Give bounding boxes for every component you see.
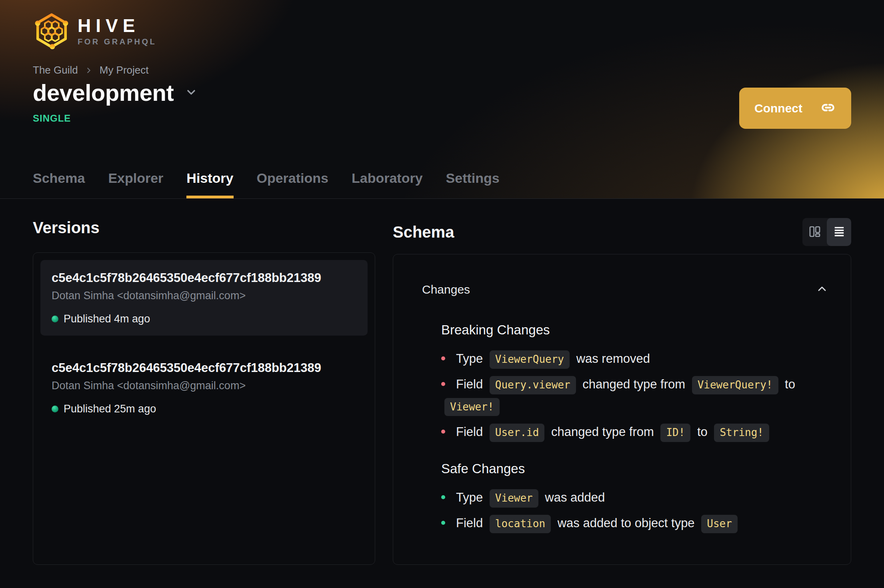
link-icon xyxy=(820,100,836,117)
change-item: Field Query.viewer changed type from Vie… xyxy=(441,374,828,417)
change-text: was removed xyxy=(573,352,650,366)
versions-title: Versions xyxy=(33,218,375,237)
tab-label: History xyxy=(186,170,233,186)
chevron-down-icon xyxy=(185,86,198,100)
tab-laboratory[interactable]: Laboratory xyxy=(352,170,423,198)
tab-label: Operations xyxy=(257,170,328,186)
change-section-title: Safe Changes xyxy=(441,461,828,476)
tab-explorer[interactable]: Explorer xyxy=(108,170,163,198)
tab-bar: SchemaExplorerHistoryOperationsLaborator… xyxy=(33,170,500,198)
breaking-bullet-icon xyxy=(441,356,445,360)
schema-title: Schema xyxy=(393,222,454,242)
version-status: Published 4m ago xyxy=(52,313,356,325)
view-toggle xyxy=(802,218,851,246)
published-status-text: Published 4m ago xyxy=(64,313,150,325)
change-text: was added to object type xyxy=(554,516,698,530)
target-mode-badge: SINGLE xyxy=(33,113,71,124)
versions-list: c5e4c1c5f78b26465350e4ecf677cf188bb21389… xyxy=(33,252,375,565)
change-section-title: Breaking Changes xyxy=(441,322,828,338)
tab-label: Settings xyxy=(446,170,500,186)
code-chip: ID! xyxy=(660,424,690,442)
version-author: Dotan Simha <dotansimha@gmail.com> xyxy=(52,289,356,302)
code-chip: Query.viewer xyxy=(490,376,576,394)
change-text: Type xyxy=(456,490,486,504)
change-text: to xyxy=(782,377,795,391)
published-status-dot xyxy=(52,406,58,412)
header: HIVE FOR GRAPHQL The Guild My Project de… xyxy=(0,0,884,199)
connect-button-label: Connect xyxy=(754,102,802,115)
tab-label: Laboratory xyxy=(352,170,423,186)
hive-hexagon-icon xyxy=(33,12,70,50)
version-card[interactable]: c5e4c1c5f78b26465350e4ecf677cf188bb21389… xyxy=(40,260,368,336)
connect-button[interactable]: Connect xyxy=(739,88,851,129)
change-list: Type ViewerQuery was removed Field Query… xyxy=(441,348,828,443)
chevron-right-icon xyxy=(84,66,93,75)
changes-label: Changes xyxy=(422,283,470,296)
change-text: Type xyxy=(456,352,486,366)
page-title: development xyxy=(33,79,174,106)
list-view-icon xyxy=(832,224,846,240)
code-chip: Viewer! xyxy=(444,398,500,416)
change-section-safe: Safe Changes Type Viewer was added Field… xyxy=(441,461,828,534)
hive-logo[interactable]: HIVE FOR GRAPHQL xyxy=(33,12,156,50)
code-chip: ViewerQuery xyxy=(490,350,570,369)
code-chip: Viewer xyxy=(490,489,538,508)
change-text: was added xyxy=(542,490,605,504)
changes-body: Breaking Changes Type ViewerQuery was re… xyxy=(441,322,828,534)
breadcrumb-project[interactable]: My Project xyxy=(100,64,149,76)
brand-tagline: FOR GRAPHQL xyxy=(78,38,156,46)
tab-operations[interactable]: Operations xyxy=(257,170,328,198)
change-text: to xyxy=(694,425,711,439)
change-item: Field User.id changed type from ID! to S… xyxy=(441,421,828,443)
tab-label: Explorer xyxy=(108,170,163,186)
breaking-bullet-icon xyxy=(441,430,445,434)
columns-view-icon xyxy=(808,224,822,240)
chevron-up-icon xyxy=(816,282,828,297)
versions-column: Versions c5e4c1c5f78b26465350e4ecf677cf1… xyxy=(33,218,375,565)
changes-collapse-header[interactable]: Changes xyxy=(422,282,828,297)
breaking-bullet-icon xyxy=(441,382,445,386)
version-card[interactable]: c5e4c1c5f78b26465350e4ecf677cf188bb21389… xyxy=(40,350,368,426)
change-text: Field xyxy=(456,377,486,391)
list-view-button[interactable] xyxy=(827,218,851,246)
change-text: Field xyxy=(456,425,486,439)
code-chip: String! xyxy=(714,424,769,442)
code-chip: location xyxy=(490,515,551,533)
main-content: Versions c5e4c1c5f78b26465350e4ecf677cf1… xyxy=(0,199,884,565)
tab-history[interactable]: History xyxy=(186,170,233,198)
version-status: Published 25m ago xyxy=(52,403,356,415)
brand-name: HIVE xyxy=(78,16,156,35)
target-selector[interactable]: development xyxy=(33,79,198,106)
version-hash: c5e4c1c5f78b26465350e4ecf677cf188bb21389 xyxy=(52,270,356,286)
published-status-dot xyxy=(52,316,58,322)
tab-label: Schema xyxy=(33,170,85,186)
tab-schema[interactable]: Schema xyxy=(33,170,85,198)
published-status-text: Published 25m ago xyxy=(64,403,156,415)
code-chip: ViewerQuery! xyxy=(692,376,778,394)
breadcrumb-org[interactable]: The Guild xyxy=(33,64,78,76)
change-list: Type Viewer was added Field location was… xyxy=(441,487,828,534)
change-section-breaking: Breaking Changes Type ViewerQuery was re… xyxy=(441,322,828,443)
change-text: changed type from xyxy=(579,377,689,391)
change-text: changed type from xyxy=(548,425,657,439)
change-item: Field location was added to object type … xyxy=(441,512,828,534)
change-item: Type Viewer was added xyxy=(441,487,828,508)
version-author: Dotan Simha <dotansimha@gmail.com> xyxy=(52,379,356,392)
brand-text: HIVE FOR GRAPHQL xyxy=(78,16,156,46)
change-item: Type ViewerQuery was removed xyxy=(441,348,828,370)
code-chip: User.id xyxy=(490,424,545,442)
code-chip: User xyxy=(701,515,738,533)
columns-view-button[interactable] xyxy=(802,218,827,246)
schema-changes-panel: Changes Breaking Changes Type ViewerQuer… xyxy=(393,254,851,565)
change-text: Field xyxy=(456,516,486,530)
schema-column: Schema xyxy=(393,218,851,565)
safe-bullet-icon xyxy=(441,495,445,499)
tab-settings[interactable]: Settings xyxy=(446,170,500,198)
breadcrumb: The Guild My Project xyxy=(33,64,149,76)
safe-bullet-icon xyxy=(441,521,445,525)
version-hash: c5e4c1c5f78b26465350e4ecf677cf188bb21389 xyxy=(52,360,356,376)
